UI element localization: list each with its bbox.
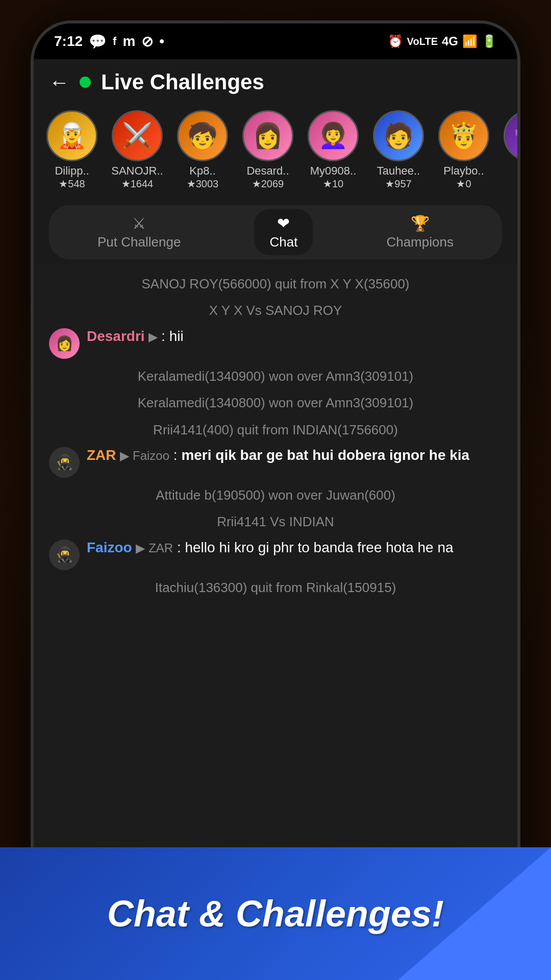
avatar-xy: 👾 (504, 110, 517, 161)
avatar-stars-desard: ★2069 (252, 178, 284, 190)
avatars-row: 🧝 Dilipp.. ★548 ⚔️ SANOJR.. ★1644 🧒 Kp8.… (34, 105, 517, 200)
app-content: ← Live Challenges 🧝 Dilipp.. ★548 ⚔️ SAN… (34, 59, 517, 949)
avatar-stars-my0908: ★10 (323, 178, 343, 190)
chat-avatar-desardri: 👩 (49, 328, 80, 359)
avatar-kp8: 🧒 (177, 110, 228, 161)
system-msg-0: SANOJ ROY(566000) quit from X Y X(35600) (49, 275, 502, 293)
avatar-name-tauhee: Tauhee.. (377, 164, 420, 178)
system-msg-10: Itachiu(136300) quit from Rinkal(150915) (49, 578, 502, 597)
avatar-item-kp8[interactable]: 🧒 Kp8.. ★3003 (174, 110, 231, 190)
chat-avatar-faizoo: 🥷 (49, 540, 80, 570)
avatar-tauhee: 🧑 (373, 110, 424, 161)
avatar-name-kp8: Kp8.. (189, 164, 215, 178)
avatar-item-xy[interactable]: 👾 XY ★ (501, 110, 517, 190)
system-msg-3: Keralamedi(1340900) won over Amn3(309101… (49, 367, 502, 385)
avatar-stars-tauhee: ★957 (385, 178, 411, 190)
champions-icon: 🏆 (411, 214, 430, 232)
tab-chat[interactable]: ❤ Chat (254, 209, 313, 255)
avatar-item-sanojr[interactable]: ⚔️ SANOJR.. ★1644 (109, 110, 165, 190)
system-msg-4: Keralamedi(1340800) won over Amn3(309101… (49, 394, 502, 412)
avatar-playbo: 🤴 (438, 110, 489, 161)
avatar-stars-kp8: ★3003 (187, 178, 219, 190)
chat-username-desardri: Desardri (87, 328, 145, 344)
chat-msg-desardri: 👩 Desardri ▶ : hii (49, 328, 502, 359)
chat-username-faizoo: Faizoo (87, 540, 132, 555)
live-indicator (80, 77, 91, 88)
dot-icon: • (159, 33, 164, 50)
chat-content-desardri: Desardri ▶ : hii (87, 328, 502, 345)
chat-arrow-zar: ▶ (120, 449, 133, 462)
tab-champions-label: Champions (386, 234, 454, 250)
signal-icon: 📶 (462, 34, 478, 48)
chat-area: SANOJ ROY(566000) quit from X Y X(35600)… (34, 264, 517, 854)
tab-put-challenge-label: Put Challenge (97, 234, 181, 250)
promo-banner: Chat & Challenges! (0, 847, 551, 980)
chat-msg-zar: 🥷 ZAR ▶ Faizoo : meri qik bar ge bat hui… (49, 447, 502, 478)
chat-target-faizoo: ZAR (148, 541, 173, 555)
avatar-desard: 👩 (242, 110, 293, 161)
avatar-dilipp: 🧝 (46, 110, 97, 161)
avatar-item-playbo[interactable]: 🤴 Playbo.. ★0 (436, 110, 492, 190)
back-button[interactable]: ← (49, 71, 69, 94)
avatar-name-my0908: My0908.. (310, 164, 357, 178)
system-msg-8: Rrii4141 Vs INDIAN (49, 512, 502, 531)
avatar-name-desard: Desard.. (246, 164, 289, 178)
chat-username-zar: ZAR (87, 447, 116, 463)
avatar-item-tauhee[interactable]: 🧑 Tauhee.. ★957 (370, 110, 427, 190)
app-icon: m (122, 33, 135, 50)
status-bar: 7:12 💬 f m ⊘ • ⏰ VoLTE 4G 📶 🔋 (34, 23, 517, 59)
avatar-item-desard[interactable]: 👩 Desard.. ★2069 (240, 110, 296, 190)
avatar-item-dilipp[interactable]: 🧝 Dilipp.. ★548 (44, 110, 100, 190)
chat-target-zar: Faizoo (133, 449, 169, 462)
network-label: VoLTE (407, 36, 438, 47)
chat-content-faizoo: Faizoo ▶ ZAR : hello hi kro gi phr to ba… (87, 540, 502, 556)
avatar-my0908: 👩‍🦱 (308, 110, 359, 161)
chat-text-zar: : meri qik bar ge bat hui dobera ignor h… (173, 447, 469, 463)
tab-champions[interactable]: 🏆 Champions (371, 209, 469, 255)
chat-content-zar: ZAR ▶ Faizoo : meri qik bar ge bat hui d… (87, 447, 502, 463)
system-msg-1: X Y X Vs SANOJ ROY (49, 301, 502, 320)
tab-put-challenge[interactable]: ⚔ Put Challenge (82, 209, 196, 255)
tab-chat-label: Chat (269, 234, 297, 250)
avatar-name-dilipp: Dilipp.. (55, 164, 89, 178)
wifi-icon: ⊘ (141, 33, 153, 50)
chat-avatar-zar: 🥷 (49, 447, 80, 478)
avatar-name-playbo: Playbo.. (443, 164, 484, 178)
chat-text-faizoo: : hello hi kro gi phr to banda free hota… (177, 540, 454, 555)
tab-bar: ⚔ Put Challenge ❤ Chat 🏆 Champions (49, 205, 502, 259)
avatar-item-my0908[interactable]: 👩‍🦱 My0908.. ★10 (305, 110, 361, 190)
avatar-sanojr: ⚔️ (112, 110, 163, 161)
promo-text: Chat & Challenges! (107, 893, 444, 935)
status-time: 7:12 (54, 33, 83, 50)
message-icon: 💬 (89, 33, 107, 50)
chat-arrow-desardri: ▶ (148, 330, 161, 344)
avatar-name-sanojr: SANOJR.. (111, 164, 163, 178)
network-type: 4G (442, 34, 458, 48)
page-title: Live Challenges (101, 70, 264, 94)
put-challenge-icon: ⚔ (132, 214, 146, 232)
avatar-stars-sanojr: ★1644 (121, 178, 154, 190)
battery-icon: 🔋 (482, 34, 497, 48)
phone-frame: 7:12 💬 f m ⊘ • ⏰ VoLTE 4G 📶 🔋 ← Live Cha… (31, 20, 520, 949)
chat-icon: ❤ (277, 214, 290, 232)
chat-arrow-faizoo: ▶ (136, 541, 148, 555)
chat-msg-faizoo: 🥷 Faizoo ▶ ZAR : hello hi kro gi phr to … (49, 540, 502, 570)
fb-icon: f (113, 35, 116, 48)
chat-text-desardri: : hii (161, 328, 184, 344)
avatar-stars-playbo: ★0 (456, 178, 471, 190)
avatar-stars-dilipp: ★548 (59, 178, 85, 190)
alarm-icon: ⏰ (388, 34, 403, 48)
header: ← Live Challenges (34, 59, 517, 105)
system-msg-5: Rrii4141(400) quit from INDIAN(1756600) (49, 421, 502, 439)
system-msg-7: Attitude b(190500) won over Juwan(600) (49, 486, 502, 504)
